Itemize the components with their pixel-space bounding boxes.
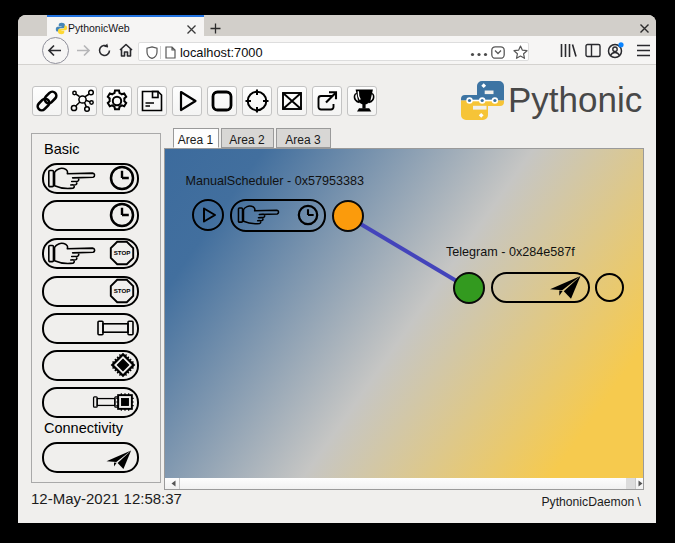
svg-text:STOP: STOP (114, 287, 131, 294)
svg-text:STOP: STOP (114, 249, 131, 256)
